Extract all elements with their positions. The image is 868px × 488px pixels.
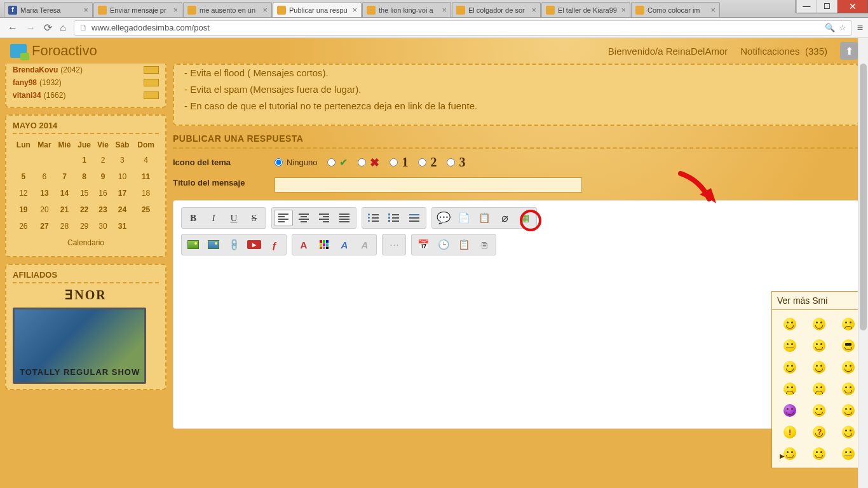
smiley-cool[interactable] — [842, 339, 855, 352]
calendar-day[interactable]: 4 — [133, 152, 159, 168]
close-icon[interactable]: × — [442, 5, 447, 15]
bookmark-icon[interactable]: ☆ — [839, 23, 846, 32]
close-icon[interactable]: × — [531, 5, 536, 15]
smiley-happy[interactable] — [783, 318, 796, 330]
calendar-day[interactable]: 13 — [34, 185, 55, 201]
hr-button[interactable] — [405, 210, 424, 226]
calendar-day[interactable]: 11 — [133, 168, 159, 185]
close-icon[interactable]: × — [710, 5, 715, 15]
browser-tab-active[interactable]: Publicar una respu× — [273, 2, 362, 17]
align-left-button[interactable] — [274, 210, 293, 226]
icon-opt-3[interactable]: 3 — [447, 155, 465, 170]
smiley-confused[interactable] — [813, 404, 825, 417]
radio-2[interactable] — [418, 158, 426, 166]
smiley-question[interactable] — [813, 426, 825, 438]
calendar-day[interactable]: 8 — [74, 168, 95, 185]
forward-button[interactable]: → — [25, 22, 36, 33]
browser-tab[interactable]: the lion king-voi a× — [362, 2, 451, 17]
back-button[interactable]: ← — [8, 22, 18, 33]
smiley-worried[interactable] — [813, 383, 825, 395]
browser-tab[interactable]: El taller de Kiara99× — [541, 2, 630, 17]
font-family-button[interactable]: A — [294, 236, 313, 253]
smiley-rolleyes[interactable] — [813, 339, 825, 352]
radio-3[interactable] — [447, 158, 455, 166]
calendar-day[interactable]: 15 — [74, 185, 95, 201]
host-image-button[interactable] — [184, 236, 203, 253]
close-icon[interactable]: × — [352, 5, 357, 15]
calendar-day[interactable]: 20 — [34, 201, 55, 218]
close-icon[interactable]: × — [262, 5, 268, 15]
smiley-shock[interactable] — [842, 447, 855, 460]
calendar-day[interactable]: 9 — [94, 168, 111, 185]
browser-tab[interactable]: fMaria Teresa× — [4, 2, 93, 17]
source-button[interactable]: 🗎 — [475, 236, 494, 253]
align-right-button[interactable] — [315, 210, 334, 226]
calendar-day[interactable]: 7 — [55, 168, 74, 185]
calendar-footer[interactable]: Calendario — [13, 234, 159, 251]
close-icon[interactable]: × — [621, 5, 626, 15]
calendar-day[interactable]: 17 — [112, 185, 133, 201]
ul-button[interactable] — [364, 210, 383, 226]
browser-tab[interactable]: El colgador de sor× — [452, 2, 541, 17]
code-button[interactable]: 📄 — [454, 210, 473, 226]
underline-button[interactable]: U — [224, 210, 243, 226]
calendar-day[interactable]: 1 — [74, 152, 95, 168]
smiley-neutral[interactable] — [783, 339, 796, 352]
insert-image-button[interactable] — [204, 236, 223, 253]
icon-opt-check[interactable]: ✔ — [327, 156, 348, 168]
strike-button[interactable]: S — [245, 210, 264, 226]
calendar-day[interactable]: 27 — [34, 218, 55, 234]
scroll-top-button[interactable]: ⬆ — [840, 42, 858, 60]
icon-opt-2[interactable]: 2 — [418, 155, 437, 170]
close-icon[interactable]: × — [173, 5, 178, 15]
calendar-day[interactable]: 28 — [55, 218, 74, 234]
calendar-day[interactable]: 22 — [74, 201, 95, 218]
smiley-sad[interactable] — [842, 318, 855, 330]
browser-menu-button[interactable]: ≡ — [857, 22, 863, 34]
smiley-angry[interactable] — [842, 383, 855, 395]
site-brand[interactable]: Foroactivo — [32, 43, 97, 59]
spoiler-button[interactable]: 📋 — [475, 210, 494, 226]
member-link[interactable]: BrendaKovu — [13, 64, 58, 76]
flash-button[interactable]: ƒ — [265, 236, 284, 253]
calendar-day[interactable]: 23 — [94, 201, 111, 218]
member-link[interactable]: fany98 — [13, 76, 37, 89]
calendar-day[interactable]: 31 — [112, 218, 133, 234]
calendar-day[interactable]: 18 — [133, 185, 159, 201]
radio-1[interactable] — [390, 158, 398, 166]
font-color-button[interactable] — [315, 236, 334, 253]
radio-cross[interactable] — [358, 158, 366, 166]
font-size-button[interactable]: A — [335, 236, 354, 253]
italic-button[interactable]: I — [204, 210, 223, 226]
minimize-button[interactable]: — — [796, 0, 817, 13]
calendar-day[interactable]: 26 — [13, 218, 34, 234]
radio-check[interactable] — [327, 158, 336, 166]
close-icon[interactable]: × — [83, 5, 88, 15]
calendar-day[interactable]: 21 — [55, 201, 74, 218]
calendar-day[interactable]: 6 — [34, 168, 55, 185]
browser-tab[interactable]: me ausento en un× — [183, 2, 272, 17]
calendar-day[interactable]: 25 — [133, 201, 159, 218]
remove-format-button[interactable]: A — [355, 236, 374, 253]
link-button[interactable]: 🔗 — [221, 232, 247, 257]
calendar-day[interactable]: 3 — [112, 152, 133, 168]
icon-opt-1[interactable]: 1 — [390, 155, 408, 170]
table-button[interactable]: ▦ — [515, 210, 534, 226]
smiley-cry[interactable] — [783, 383, 796, 395]
more-smileys-link[interactable]: Ver más Smi — [772, 292, 866, 310]
align-justify-button[interactable] — [335, 210, 354, 226]
bold-button[interactable]: B — [184, 210, 203, 226]
calendar-day[interactable]: 16 — [94, 185, 111, 201]
browser-tab[interactable]: Enviar mensaje pr× — [93, 2, 182, 17]
calendar-day[interactable]: 29 — [74, 218, 95, 234]
notifications-link[interactable]: Notificaciones (335) — [740, 46, 827, 57]
smiley-idea[interactable] — [842, 426, 855, 438]
smiley-tongue[interactable] — [842, 361, 855, 374]
icon-opt-cross[interactable]: ✖ — [358, 156, 379, 170]
calendar-day[interactable]: 10 — [112, 168, 133, 185]
smiley-devil[interactable] — [783, 404, 796, 417]
quote-button[interactable]: 💬 — [434, 210, 453, 226]
calendar-day[interactable]: 14 — [55, 185, 74, 201]
close-window-button[interactable]: ✕ — [837, 0, 867, 13]
smiley-grin[interactable] — [813, 318, 825, 330]
